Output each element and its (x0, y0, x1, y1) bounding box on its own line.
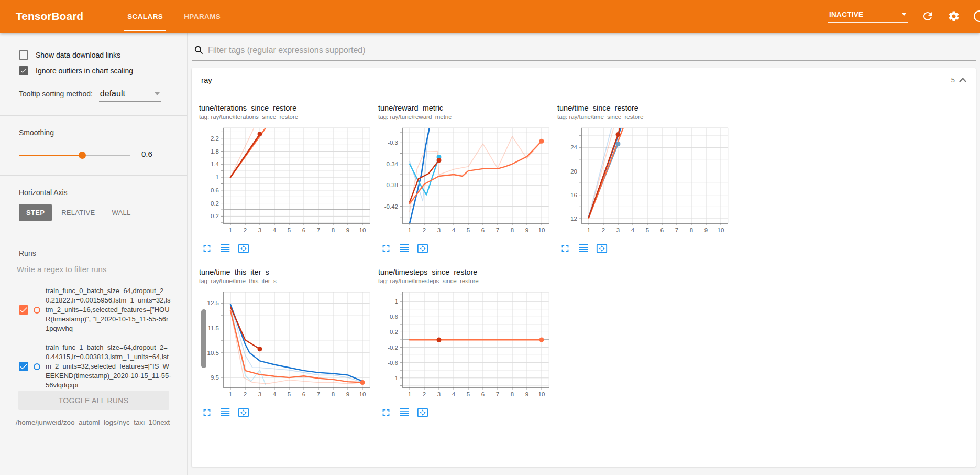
line-chart[interactable]: 1216202412345678910 (557, 125, 731, 236)
fullscreen-icon (380, 407, 392, 418)
run-visibility-toggle[interactable] (34, 307, 40, 314)
charts-grid: tune/iterations_since_restoretag: ray/tu… (192, 92, 976, 434)
data-table-button[interactable] (399, 243, 410, 254)
svg-text:7: 7 (496, 391, 499, 397)
chart-title: tune/timesteps_since_restore (378, 268, 553, 276)
data-table-button[interactable] (219, 243, 231, 254)
settings-checkboxes: Show data download linksIgnore outliers … (16, 50, 171, 75)
smoothing-slider[interactable] (19, 155, 130, 156)
line-chart[interactable]: -1-0.6-0.20.20.6112345678910 (378, 289, 552, 401)
svg-text:1: 1 (229, 227, 232, 233)
final-point-marker (539, 139, 544, 144)
chart-toolbar (380, 243, 553, 254)
chart-plot[interactable]: -1-0.6-0.20.20.6112345678910 (378, 289, 553, 403)
checkbox-checked-icon[interactable] (19, 66, 28, 75)
svg-text:1: 1 (395, 298, 398, 305)
chart-card: tune/iterations_since_restoretag: ray/tu… (199, 104, 374, 254)
fit-domain-button[interactable] (417, 243, 428, 254)
fit-domain-button[interactable] (417, 407, 428, 418)
fit-domain-button[interactable] (238, 407, 249, 418)
axis-wall-button[interactable]: WALL (104, 204, 138, 221)
svg-text:4: 4 (273, 227, 277, 233)
data-table-button[interactable] (399, 407, 410, 418)
tag-filter-input[interactable] (208, 46, 975, 55)
chart-title: tune/time_this_iter_s (199, 268, 374, 276)
page-layout: Show data download linksIgnore outliers … (0, 33, 980, 475)
app-title: TensorBoard (0, 0, 83, 33)
final-point-marker (360, 380, 365, 385)
svg-text:12: 12 (570, 215, 577, 222)
smoothing-label: Smoothing (19, 128, 171, 137)
run-visibility-toggle[interactable] (34, 363, 40, 370)
fullscreen-icon (201, 243, 213, 254)
list-icon (578, 243, 589, 254)
fit-domain-button[interactable] (238, 243, 249, 254)
line-chart[interactable]: -0.20.20.611.41.82.212345678910 (199, 125, 373, 236)
svg-text:1: 1 (216, 174, 219, 180)
fullscreen-button[interactable] (559, 243, 571, 254)
data-table-button[interactable] (578, 243, 589, 254)
toggle-all-runs-button[interactable]: TOGGLE ALL RUNS (18, 391, 169, 410)
axis-step-button[interactable]: STEP (19, 204, 52, 221)
svg-text:0.2: 0.2 (390, 329, 398, 335)
svg-text:0.2: 0.2 (211, 200, 219, 207)
line-chart[interactable]: -0.42-0.38-0.34-0.312345678910 (378, 125, 552, 236)
run-checkbox[interactable] (19, 362, 28, 371)
fit-domain-button[interactable] (596, 243, 608, 254)
help-icon[interactable] (974, 10, 980, 22)
svg-text:-0.34: -0.34 (384, 161, 399, 167)
checkbox-label: Ignore outliers in chart scaling (36, 67, 133, 75)
svg-text:1.4: 1.4 (211, 161, 219, 167)
settings-gear-icon[interactable] (948, 10, 960, 23)
tab-scalars[interactable]: SCALARS (117, 0, 173, 33)
general-settings-section: Show data download linksIgnore outliers … (0, 44, 187, 113)
horizontal-axis-label: Horizontal Axis (19, 188, 171, 197)
svg-text:-0.38: -0.38 (384, 182, 398, 188)
fullscreen-button[interactable] (201, 243, 213, 254)
settings-checkbox-row[interactable]: Ignore outliers in chart scaling (19, 66, 171, 75)
fullscreen-button[interactable] (380, 243, 392, 254)
tooltip-sorting-select[interactable]: default (99, 89, 161, 102)
smoothing-value[interactable]: 0.6 (138, 149, 156, 160)
sidebar: Show data download linksIgnore outliers … (0, 33, 188, 475)
run-item: train_func_1_batch_size=64,dropout_2=0.4… (16, 338, 171, 395)
scrollbar-thumb[interactable] (201, 309, 206, 368)
svg-text:2: 2 (244, 227, 247, 233)
fit-domain-icon (417, 243, 428, 254)
final-point-marker (437, 338, 442, 342)
svg-text:-0.3: -0.3 (388, 139, 398, 146)
chevron-up-icon[interactable] (959, 78, 966, 82)
status-dropdown[interactable]: INACTIVE (828, 10, 908, 23)
chart-plot[interactable]: 9.510.511.512.512345678910 (199, 289, 374, 403)
chart-title: tune/iterations_since_restore (199, 104, 374, 112)
list-icon (399, 407, 410, 418)
tooltip-sorting-label: Tooltip sorting method: (19, 90, 93, 98)
final-point-marker (437, 158, 442, 163)
checkbox-label: Show data download links (36, 51, 120, 59)
data-table-button[interactable] (219, 407, 231, 418)
checkbox-unchecked-icon[interactable] (19, 50, 28, 60)
line-chart[interactable]: 9.510.511.512.512345678910 (199, 289, 373, 401)
svg-text:20: 20 (570, 168, 577, 175)
chart-plot[interactable]: -0.20.20.611.41.82.212345678910 (199, 125, 374, 239)
runs-filter-input[interactable] (16, 265, 171, 278)
main-tabs: SCALARS HPARAMS (117, 0, 231, 33)
tag-group-header[interactable]: ray 5 (192, 68, 976, 92)
axis-relative-button[interactable]: RELATIVE (54, 204, 102, 221)
svg-text:9: 9 (346, 227, 349, 233)
svg-text:-1: -1 (393, 375, 398, 381)
svg-text:5: 5 (646, 227, 649, 233)
fullscreen-button[interactable] (201, 407, 213, 418)
fit-domain-icon (238, 243, 249, 254)
settings-checkbox-row[interactable]: Show data download links (19, 50, 171, 60)
chart-card: tune/timesteps_since_restoretag: ray/tun… (378, 268, 553, 418)
chart-plot[interactable]: -0.42-0.38-0.34-0.312345678910 (378, 125, 553, 239)
run-checkbox[interactable] (19, 305, 28, 315)
svg-text:-0.42: -0.42 (384, 203, 398, 210)
smoothing-section: Smoothing 0.6 (0, 123, 187, 173)
chart-plot[interactable]: 1216202412345678910 (557, 125, 732, 239)
refresh-icon[interactable] (921, 10, 934, 23)
slider-knob[interactable] (79, 152, 86, 159)
tab-hparams[interactable]: HPARAMS (173, 0, 231, 33)
fullscreen-button[interactable] (380, 407, 392, 418)
